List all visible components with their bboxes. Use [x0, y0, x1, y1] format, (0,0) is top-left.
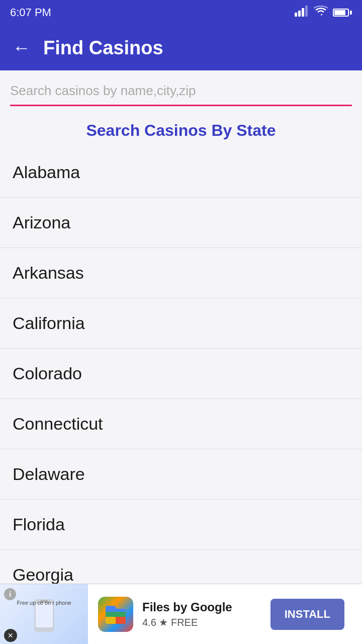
signal-icon [295, 6, 309, 20]
state-list-item[interactable]: Arizona [0, 198, 362, 248]
state-name: Connecticut [13, 414, 103, 433]
state-list-item[interactable]: Florida [0, 500, 362, 550]
section-header: Search Casinos By State [0, 106, 362, 147]
ad-app-details: Files by Google 4.6 ★ FREE [142, 600, 261, 628]
ad-app-rating: 4.6 ★ FREE [142, 616, 261, 628]
wifi-icon [314, 6, 328, 20]
state-name: Alabama [13, 163, 80, 182]
state-list-item[interactable]: Alabama [0, 147, 362, 198]
section-title: Search Casinos By State [10, 121, 352, 140]
svg-rect-0 [295, 13, 297, 17]
ad-app-icon [98, 597, 133, 632]
ad-image-area: i Free up ce on r phone ✕ [0, 584, 88, 645]
state-list-item[interactable]: Delaware [0, 449, 362, 500]
state-name: Florida [13, 515, 65, 534]
app-bar-title: Find Casinos [43, 37, 163, 59]
state-name: Colorado [13, 364, 82, 383]
state-list-item[interactable]: Connecticut [0, 399, 362, 449]
state-name: Arkansas [13, 263, 84, 282]
battery-icon [333, 9, 352, 17]
ad-info-icon[interactable]: i [4, 588, 16, 600]
state-list-item[interactable]: Colorado [0, 349, 362, 399]
svg-rect-2 [302, 8, 304, 17]
status-bar: 6:07 PM [0, 0, 362, 25]
search-input[interactable] [10, 83, 352, 105]
status-icons [295, 6, 352, 20]
status-time: 6:07 PM [10, 6, 51, 19]
ad-text: Free up ce on r phone [3, 599, 85, 607]
app-bar: ← Find Casinos [0, 25, 362, 70]
ad-middle: Files by Google 4.6 ★ FREE INSTALL [88, 597, 362, 632]
svg-rect-3 [305, 6, 308, 17]
state-name: Georgia [13, 565, 73, 584]
state-name: California [13, 313, 85, 333]
back-button[interactable]: ← [13, 39, 31, 57]
state-list: AlabamaArizonaArkansasCaliforniaColorado… [0, 147, 362, 644]
search-container [0, 70, 362, 106]
state-name: Arizona [13, 213, 70, 232]
ad-app-name: Files by Google [142, 600, 261, 614]
state-list-item[interactable]: Arkansas [0, 248, 362, 298]
ad-install-button[interactable]: INSTALL [270, 599, 344, 630]
ad-close-button[interactable]: ✕ [4, 629, 17, 642]
state-list-item[interactable]: California [0, 298, 362, 349]
ad-banner: i Free up ce on r phone ✕ Files by Googl… [0, 584, 362, 644]
state-name: Delaware [13, 464, 85, 484]
svg-rect-1 [298, 11, 301, 17]
